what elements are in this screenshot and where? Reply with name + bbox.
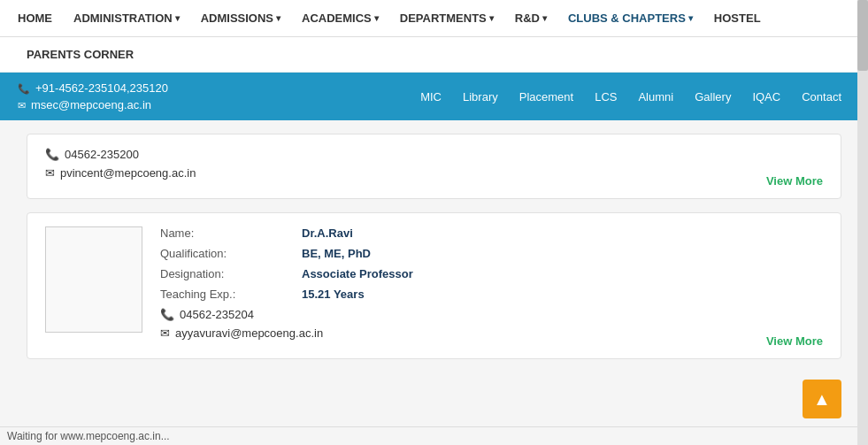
profile-photo — [45, 226, 142, 333]
nav-admissions[interactable]: ADMISSIONS ▾ — [190, 12, 291, 25]
banner-phone: +91-4562-235104,235120 — [35, 81, 168, 95]
desig-value: Associate Professor — [302, 267, 413, 280]
email-icon: ✉ — [160, 326, 170, 340]
card2-email-row: ✉ ayyavuravi@mepcoeng.ac.in — [160, 326, 823, 340]
card2-email: ayyavuravi@mepcoeng.ac.in — [175, 326, 323, 340]
scrollbar-thumb[interactable] — [857, 0, 868, 71]
main-content: 📞 04562-235200 ✉ pvincent@mepcoeng.ac.in… — [0, 120, 868, 386]
phone-icon: 📞 — [45, 148, 59, 161]
email-icon: ✉ — [45, 166, 55, 180]
scrollbar[interactable] — [857, 0, 868, 386]
qual-row: Qualification: BE, ME, PhD — [160, 247, 823, 260]
nav-rd[interactable]: R&D ▾ — [504, 12, 557, 25]
banner-link-mic[interactable]: MIC — [411, 87, 450, 107]
chevron-icon: ▾ — [542, 13, 547, 23]
phone-icon — [18, 81, 30, 95]
parents-corner-section: PARENTS CORNER — [0, 37, 868, 73]
banner-phone-row: +91-4562-235104,235120 — [18, 81, 168, 95]
info-banner: +91-4562-235104,235120 msec@mepcoeng.ac.… — [0, 73, 868, 120]
name-value: Dr.A.Ravi — [302, 226, 353, 240]
desig-row: Designation: Associate Professor — [160, 267, 823, 280]
profile-info: Name: Dr.A.Ravi Qualification: BE, ME, P… — [160, 226, 823, 345]
chevron-icon: ▾ — [276, 13, 280, 23]
name-row: Name: Dr.A.Ravi — [160, 226, 823, 240]
banner-link-gallery[interactable]: Gallery — [686, 87, 740, 107]
card1-phone-row: 📞 04562-235200 — [45, 148, 823, 161]
card2-phone: 04562-235204 — [180, 308, 254, 321]
nav-administration[interactable]: ADMINISTRATION ▾ — [63, 12, 190, 25]
parents-corner-label: PARENTS CORNER — [27, 48, 134, 61]
nav-home[interactable]: HOME — [18, 12, 63, 25]
chevron-icon: ▾ — [688, 13, 693, 23]
banner-link-alumni[interactable]: Alumni — [629, 87, 682, 107]
banner-email: msec@mepcoeng.ac.in — [31, 98, 151, 111]
banner-link-lcs[interactable]: LCS — [586, 87, 626, 107]
qual-value: BE, ME, PhD — [302, 247, 371, 260]
card1-view-more[interactable]: View More — [766, 174, 823, 188]
card1-email: pvincent@mepcoeng.ac.in — [60, 166, 196, 180]
nav-academics[interactable]: ACADEMICS ▾ — [291, 12, 389, 25]
banner-link-iqac[interactable]: IQAC — [743, 87, 789, 107]
card1-phone: 04562-235200 — [65, 148, 139, 161]
banner-link-library[interactable]: Library — [454, 87, 507, 107]
phone-icon: 📞 — [160, 308, 174, 321]
exp-row: Teaching Exp.: 15.21 Years — [160, 288, 823, 301]
card2-phone-row: 📞 04562-235204 — [160, 308, 823, 321]
card2-view-more[interactable]: View More — [766, 334, 823, 348]
qual-label: Qualification: — [160, 247, 302, 260]
banner-link-contact[interactable]: Contact — [793, 87, 850, 107]
banner-email-row: msec@mepcoeng.ac.in — [18, 98, 168, 111]
chevron-icon: ▾ — [175, 13, 180, 23]
nav-clubs-chapters[interactable]: CLUBS & CHAPTERS ▾ — [557, 12, 703, 25]
exp-label: Teaching Exp.: — [160, 288, 302, 301]
email-icon — [18, 98, 26, 111]
banner-link-placement[interactable]: Placement — [511, 87, 582, 107]
nav-departments[interactable]: DEPARTMENTS ▾ — [389, 12, 504, 25]
desig-label: Designation: — [160, 267, 302, 280]
card1-email-row: ✉ pvincent@mepcoeng.ac.in — [45, 166, 823, 180]
exp-value: 15.21 Years — [302, 288, 365, 301]
name-label: Name: — [160, 226, 302, 240]
contact-left: +91-4562-235104,235120 msec@mepcoeng.ac.… — [18, 81, 168, 111]
banner-links: MIC Library Placement LCS Alumni Gallery… — [411, 87, 850, 107]
nav-hostel[interactable]: HOSTEL — [703, 12, 772, 25]
scroll-up-button[interactable]: ▲ — [803, 380, 841, 386]
chevron-icon: ▾ — [374, 13, 379, 23]
profile-card-2: Name: Dr.A.Ravi Qualification: BE, ME, P… — [27, 212, 841, 359]
contact-card-1: 📞 04562-235200 ✉ pvincent@mepcoeng.ac.in… — [27, 134, 841, 199]
top-navigation: HOME ADMINISTRATION ▾ ADMISSIONS ▾ ACADE… — [0, 0, 868, 37]
chevron-icon: ▾ — [489, 13, 494, 23]
